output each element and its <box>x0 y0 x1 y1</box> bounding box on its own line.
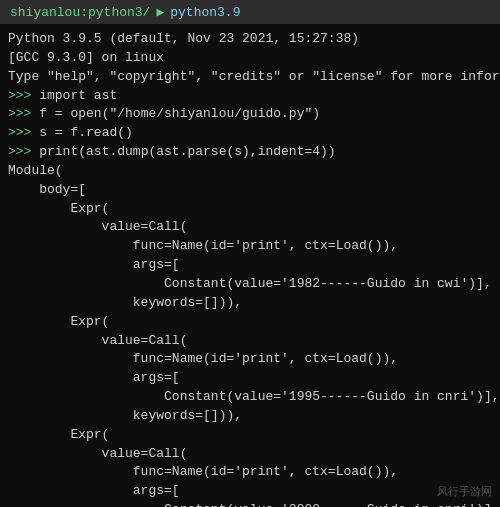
terminal-line: keywords=[])), <box>8 294 492 313</box>
terminal-line: >>> s = f.read() <box>8 124 492 143</box>
terminal-line: func=Name(id='print', ctx=Load()), <box>8 350 492 369</box>
terminal-line: >>> print(ast.dump(ast.parse(s),indent=4… <box>8 143 492 162</box>
terminal-line: >>> f = open("/home/shiyanlou/guido.py") <box>8 105 492 124</box>
terminal-window: shiyanlou:python3/ ▶ python3.9 Python 3.… <box>0 0 500 507</box>
terminal-line: Type "help", "copyright", "credits" or "… <box>8 68 492 87</box>
terminal-line: Constant(value='1982------Guido in cwi')… <box>8 275 492 294</box>
terminal-line: Expr( <box>8 313 492 332</box>
terminal-line: value=Call( <box>8 218 492 237</box>
terminal-line: args=[ <box>8 256 492 275</box>
terminal-content[interactable]: Python 3.9.5 (default, Nov 23 2021, 15:2… <box>0 24 500 507</box>
terminal-line: Python 3.9.5 (default, Nov 23 2021, 15:2… <box>8 30 492 49</box>
terminal-line: body=[ <box>8 181 492 200</box>
terminal-line: Constant(value='2000------Guido in cnri'… <box>8 501 492 507</box>
title-arrow: ▶ <box>156 4 164 20</box>
title-command: python3.9 <box>170 5 240 20</box>
title-user: shiyanlou:python3/ <box>10 5 150 20</box>
terminal-line: keywords=[])), <box>8 407 492 426</box>
terminal-line: Expr( <box>8 426 492 445</box>
terminal-line: >>> import ast <box>8 87 492 106</box>
terminal-line: args=[ <box>8 482 492 501</box>
terminal-line: func=Name(id='print', ctx=Load()), <box>8 463 492 482</box>
terminal-line: Module( <box>8 162 492 181</box>
title-bar: shiyanlou:python3/ ▶ python3.9 <box>0 0 500 24</box>
terminal-line: Constant(value='1995------Guido in cnri'… <box>8 388 492 407</box>
terminal-line: func=Name(id='print', ctx=Load()), <box>8 237 492 256</box>
terminal-line: Expr( <box>8 200 492 219</box>
terminal-line: [GCC 9.3.0] on linux <box>8 49 492 68</box>
terminal-line: value=Call( <box>8 445 492 464</box>
terminal-line: args=[ <box>8 369 492 388</box>
watermark: 风行手游网 <box>437 484 492 499</box>
terminal-line: value=Call( <box>8 332 492 351</box>
